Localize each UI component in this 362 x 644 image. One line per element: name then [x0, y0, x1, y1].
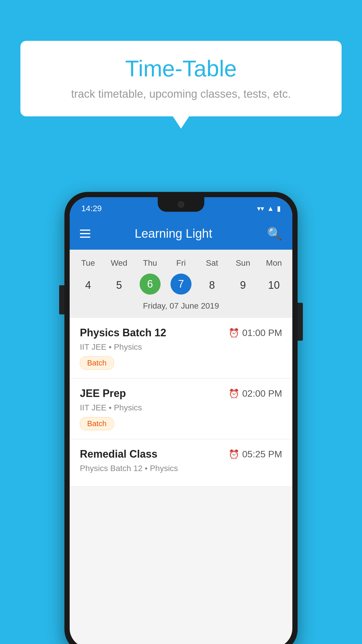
schedule-subtitle-3: Physics Batch 12 • Physics	[80, 464, 282, 473]
schedule-time-2: ⏰ 02:00 PM	[229, 388, 282, 399]
day-mon: Mon	[259, 256, 289, 271]
date-8[interactable]: 8	[196, 274, 227, 297]
signal-icon: ▲	[267, 204, 274, 213]
selected-date-label: Friday, 07 June 2019	[70, 298, 292, 315]
schedule-title-3: Remedial Class	[80, 448, 157, 460]
status-icons: ▾▾ ▲ ▮	[257, 204, 281, 213]
schedule-item-3[interactable]: Remedial Class ⏰ 05:25 PM Physics Batch …	[70, 439, 292, 487]
calendar-dates: 4 5 6 7 8 9 10	[70, 271, 292, 298]
menu-button[interactable]	[80, 230, 90, 238]
phone-screen: 14:29 ▾▾ ▲ ▮ Learning Light 🔍	[70, 197, 292, 644]
search-button[interactable]: 🔍	[267, 227, 282, 241]
calendar-days-header: Tue Wed Thu Fri Sat Sun Mon	[70, 256, 292, 271]
schedule-subtitle-1: IIT JEE • Physics	[80, 342, 282, 352]
phone-notch	[158, 197, 204, 212]
day-thu: Thu	[135, 256, 166, 271]
schedule-item-1-header: Physics Batch 12 ⏰ 01:00 PM	[80, 327, 282, 339]
schedule-title-1: Physics Batch 12	[80, 327, 166, 339]
phone-outer: 14:29 ▾▾ ▲ ▮ Learning Light 🔍	[64, 192, 298, 644]
schedule-time-value-2: 02:00 PM	[242, 388, 282, 399]
clock-icon-2: ⏰	[229, 388, 239, 399]
batch-badge-1: Batch	[80, 356, 114, 370]
day-wed: Wed	[103, 256, 134, 271]
schedule-time-value-1: 01:00 PM	[242, 328, 282, 338]
tooltip-container: Time-Table track timetable, upcoming cla…	[20, 41, 342, 116]
day-tue: Tue	[73, 256, 103, 271]
date-5[interactable]: 5	[103, 274, 134, 297]
tooltip-subtitle: track timetable, upcoming classes, tests…	[38, 88, 324, 100]
day-sat: Sat	[196, 256, 227, 271]
wifi-icon: ▾▾	[257, 204, 264, 213]
schedule-list: Physics Batch 12 ⏰ 01:00 PM IIT JEE • Ph…	[70, 318, 292, 487]
date-4[interactable]: 4	[73, 274, 103, 297]
tooltip-bubble: Time-Table track timetable, upcoming cla…	[20, 41, 342, 116]
clock-icon-3: ⏰	[229, 449, 239, 459]
battery-icon: ▮	[277, 204, 281, 213]
phone-mockup: 14:29 ▾▾ ▲ ▮ Learning Light 🔍	[64, 192, 298, 644]
app-bar: Learning Light 🔍	[70, 218, 292, 250]
schedule-item-2-header: JEE Prep ⏰ 02:00 PM	[80, 387, 282, 400]
day-sun: Sun	[227, 256, 258, 271]
date-7-selected[interactable]: 7	[171, 274, 191, 295]
date-6-today[interactable]: 6	[140, 274, 161, 295]
status-time: 14:29	[81, 204, 102, 213]
schedule-title-2: JEE Prep	[80, 387, 126, 400]
schedule-item-1[interactable]: Physics Batch 12 ⏰ 01:00 PM IIT JEE • Ph…	[70, 318, 292, 379]
date-10[interactable]: 10	[259, 274, 289, 297]
app-title: Learning Light	[99, 227, 258, 241]
schedule-item-2[interactable]: JEE Prep ⏰ 02:00 PM IIT JEE • Physics Ba…	[70, 379, 292, 439]
schedule-item-3-header: Remedial Class ⏰ 05:25 PM	[80, 448, 282, 460]
day-fri: Fri	[166, 256, 196, 271]
schedule-time-3: ⏰ 05:25 PM	[229, 449, 282, 460]
calendar: Tue Wed Thu Fri Sat Sun Mon 4 5 6 7 8 9 …	[70, 250, 292, 318]
batch-badge-2: Batch	[80, 417, 114, 430]
date-9[interactable]: 9	[227, 274, 258, 297]
schedule-subtitle-2: IIT JEE • Physics	[80, 403, 282, 412]
front-camera	[178, 201, 184, 208]
clock-icon-1: ⏰	[229, 328, 239, 338]
schedule-time-1: ⏰ 01:00 PM	[229, 328, 282, 338]
schedule-time-value-3: 05:25 PM	[242, 449, 282, 460]
tooltip-title: Time-Table	[38, 55, 324, 82]
